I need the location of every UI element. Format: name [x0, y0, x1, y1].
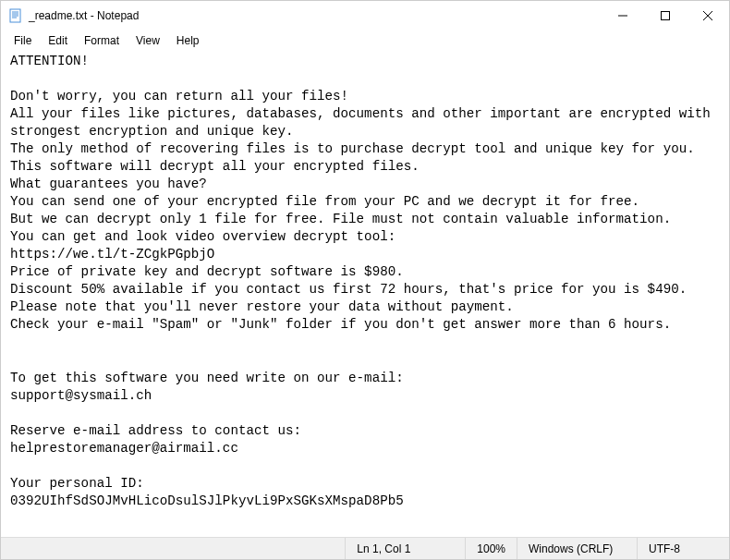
titlebar: _readme.txt - Notepad [1, 1, 729, 30]
document-text[interactable]: ATTENTION! Don't worry, you can return a… [10, 53, 725, 510]
line-ending: Windows (CRLF) [517, 538, 637, 559]
menu-help[interactable]: Help [169, 32, 207, 49]
window-controls [602, 1, 729, 30]
minimize-button[interactable] [602, 1, 644, 30]
cursor-position: Ln 1, Col 1 [345, 538, 465, 559]
svg-rect-6 [662, 12, 670, 20]
window-title: _readme.txt - Notepad [29, 9, 602, 22]
maximize-button[interactable] [644, 1, 687, 30]
menu-edit[interactable]: Edit [41, 32, 75, 49]
text-area[interactable]: ATTENTION! Don't worry, you can return a… [1, 51, 729, 537]
menu-file[interactable]: File [6, 32, 39, 49]
notepad-icon [8, 8, 23, 23]
encoding: UTF-8 [637, 538, 729, 559]
menu-format[interactable]: Format [77, 32, 127, 49]
statusbar: Ln 1, Col 1 100% Windows (CRLF) UTF-8 [1, 537, 729, 559]
menu-view[interactable]: View [128, 32, 167, 49]
menubar: File Edit Format View Help [1, 30, 729, 51]
notepad-window: _readme.txt - Notepad File Edit Format V… [0, 0, 730, 560]
zoom-level: 100% [465, 538, 517, 559]
close-button[interactable] [687, 1, 729, 30]
